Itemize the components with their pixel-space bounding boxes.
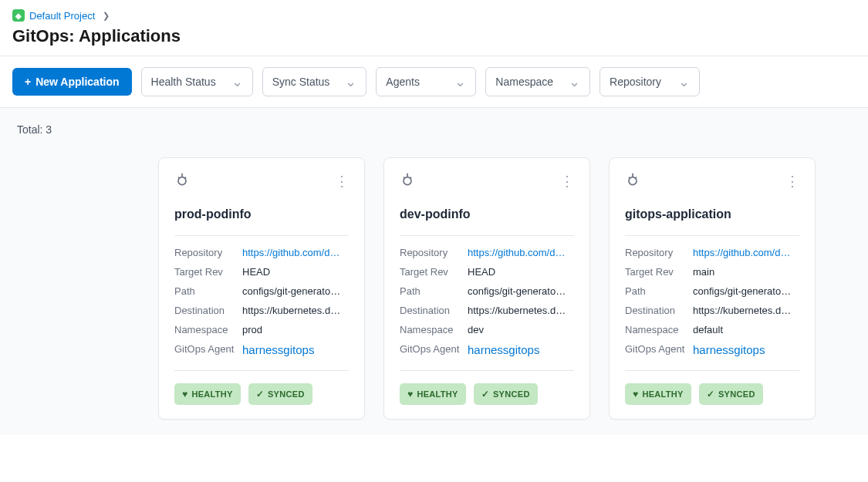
destination-value: https://kubernetes.d… — [468, 305, 566, 316]
application-name[interactable]: gitops-application — [625, 207, 799, 236]
plus-icon: + — [25, 76, 31, 88]
repository-filter[interactable]: Repository ⌄ — [599, 67, 700, 96]
total-count: Total: 3 — [17, 123, 853, 136]
heart-icon: ♥ — [182, 389, 187, 399]
field-label-path: Path — [174, 285, 242, 297]
destination-value: https://kubernetes.d… — [693, 305, 791, 316]
field-label-namespace: Namespace — [400, 324, 468, 335]
chevron-down-icon: ⌄ — [569, 75, 580, 89]
filter-label: Repository — [610, 76, 661, 88]
badge-label: HEALTHY — [642, 389, 683, 399]
content-area: Total: 3 ⋮ prod-podinfo Repositoryhttps:… — [0, 107, 868, 435]
target-rev-value: main — [693, 266, 714, 278]
agent-link[interactable]: harnessgitops — [693, 343, 765, 356]
application-card: ⋮ prod-podinfo Repositoryhttps://github.… — [158, 157, 365, 420]
badge-label: SYNCED — [718, 389, 755, 399]
path-value: configs/git-generato… — [242, 285, 340, 297]
field-label-destination: Destination — [625, 305, 693, 316]
field-label-target-rev: Target Rev — [400, 266, 468, 278]
field-label-repository: Repository — [625, 247, 693, 258]
field-label-path: Path — [625, 285, 693, 297]
chevron-right-icon: ❯ — [103, 11, 110, 21]
healthy-badge: ♥HEALTHY — [174, 383, 241, 405]
destination-value: https://kubernetes.d… — [242, 305, 340, 316]
badge-label: SYNCED — [493, 389, 530, 399]
field-label-path: Path — [400, 285, 468, 297]
field-label-destination: Destination — [174, 305, 242, 316]
chevron-down-icon: ⌄ — [231, 75, 243, 89]
healthy-badge: ♥HEALTHY — [400, 383, 466, 405]
synced-badge: ✓SYNCED — [699, 383, 763, 405]
heart-icon: ♥ — [633, 389, 638, 399]
application-icon — [400, 172, 415, 190]
filter-label: Namespace — [495, 76, 553, 88]
check-icon: ✓ — [707, 389, 714, 399]
badge-label: HEALTHY — [417, 389, 458, 399]
health-status-filter[interactable]: Health Status ⌄ — [141, 67, 253, 96]
field-label-destination: Destination — [400, 305, 468, 316]
field-label-repository: Repository — [400, 247, 468, 258]
path-value: configs/git-generato… — [693, 285, 791, 297]
application-icon — [625, 172, 640, 190]
healthy-badge: ♥HEALTHY — [625, 383, 691, 405]
application-card: ⋮ gitops-application Repositoryhttps://g… — [609, 157, 816, 420]
new-application-label: New Application — [35, 76, 119, 88]
toolbar: + New Application Health Status ⌄ Sync S… — [0, 56, 868, 107]
kebab-menu-icon[interactable]: ⋮ — [785, 179, 799, 184]
agent-link[interactable]: harnessgitops — [242, 343, 314, 356]
project-icon: ◆ — [12, 9, 25, 22]
field-label-gitops-agent: GitOps Agent — [625, 343, 693, 356]
application-icon — [174, 172, 190, 190]
check-icon: ✓ — [256, 389, 264, 399]
namespace-value: prod — [242, 324, 262, 335]
agents-filter[interactable]: Agents ⌄ — [376, 67, 476, 96]
synced-badge: ✓SYNCED — [474, 383, 538, 405]
kebab-menu-icon[interactable]: ⋮ — [560, 179, 574, 184]
field-label-gitops-agent: GitOps Agent — [174, 343, 242, 356]
chevron-down-icon: ⌄ — [678, 75, 690, 89]
kebab-menu-icon[interactable]: ⋮ — [335, 179, 349, 184]
sync-status-filter[interactable]: Sync Status ⌄ — [262, 67, 367, 96]
heart-icon: ♥ — [407, 389, 413, 399]
namespace-value: default — [693, 324, 723, 335]
field-label-repository: Repository — [174, 247, 242, 258]
filter-label: Health Status — [151, 76, 216, 88]
agent-link[interactable]: harnessgitops — [468, 343, 539, 356]
namespace-filter[interactable]: Namespace ⌄ — [485, 67, 590, 96]
cards-container: ⋮ prod-podinfo Repositoryhttps://github.… — [15, 157, 853, 420]
synced-badge: ✓SYNCED — [248, 383, 312, 405]
path-value: configs/git-generato… — [468, 285, 566, 297]
badge-label: SYNCED — [268, 389, 305, 399]
field-label-namespace: Namespace — [174, 324, 242, 335]
page-header: ◆ Default Project ❯ GitOps: Applications — [0, 0, 868, 56]
repository-link[interactable]: https://github.com/d… — [693, 247, 790, 258]
application-name[interactable]: prod-podinfo — [174, 207, 349, 236]
repository-link[interactable]: https://github.com/d… — [242, 247, 339, 258]
breadcrumb-project-link[interactable]: Default Project — [29, 10, 95, 22]
page-title: GitOps: Applications — [12, 26, 856, 46]
badge-label: HEALTHY — [191, 389, 232, 399]
target-rev-value: HEAD — [468, 266, 495, 278]
filter-label: Sync Status — [272, 76, 330, 88]
field-label-target-rev: Target Rev — [625, 266, 693, 278]
namespace-value: dev — [468, 324, 484, 335]
chevron-down-icon: ⌄ — [454, 75, 466, 89]
target-rev-value: HEAD — [242, 266, 270, 278]
field-label-namespace: Namespace — [625, 324, 693, 335]
application-name[interactable]: dev-podinfo — [400, 207, 574, 236]
check-icon: ✓ — [481, 389, 489, 399]
field-label-target-rev: Target Rev — [174, 266, 242, 278]
filter-label: Agents — [386, 76, 420, 88]
field-label-gitops-agent: GitOps Agent — [400, 343, 468, 356]
repository-link[interactable]: https://github.com/d… — [468, 247, 565, 258]
breadcrumb: ◆ Default Project ❯ — [12, 9, 856, 22]
chevron-down-icon: ⌄ — [345, 75, 356, 89]
new-application-button[interactable]: + New Application — [12, 68, 132, 96]
application-card: ⋮ dev-podinfo Repositoryhttps://github.c… — [383, 157, 590, 420]
